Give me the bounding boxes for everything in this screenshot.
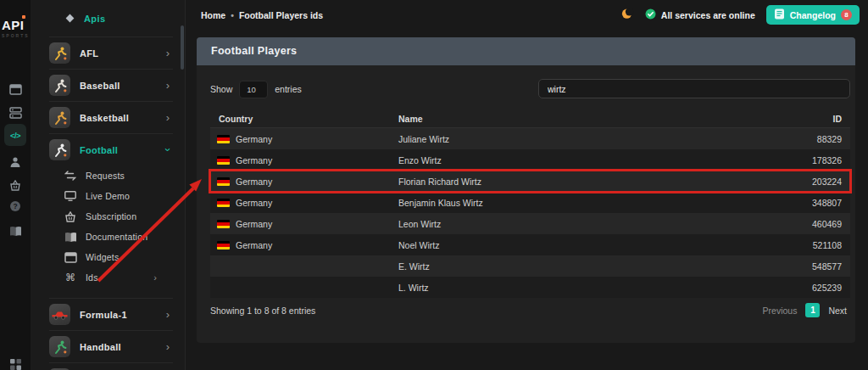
player-name: Noel Wirtz (398, 240, 757, 250)
sidebar-item-label: Formula-1 (80, 310, 157, 320)
card-title: Football Players (197, 37, 855, 65)
sidebar-item-afl[interactable]: AFL› (31, 37, 185, 69)
sidebar-subitem-subscription[interactable]: Subscription (31, 206, 185, 227)
player-name: L. Wirtz (398, 283, 757, 293)
sidebar-item-label: Baseball (80, 81, 157, 91)
player-name: Benjamin Klaus Wirtz (398, 198, 757, 208)
sidebar-subitem-requests[interactable]: Requests (31, 165, 185, 186)
rail-basket-icon[interactable] (4, 175, 26, 195)
player-name: Enzo Wirtz (398, 155, 757, 165)
table-row: GermanyEnzo Wirtz178326 (210, 149, 850, 171)
chevron-down-icon: › (162, 148, 173, 151)
player-name: Florian Richard Wirtz (398, 177, 757, 187)
sidebar-header-apis: Apis (31, 0, 185, 36)
player-id: 548577 (757, 261, 850, 272)
player-name: Juliane Wirtz (398, 134, 757, 144)
show-label: Show (210, 84, 232, 94)
sidebar-item-handball[interactable]: Handball› (31, 331, 185, 362)
player-id: 178326 (757, 155, 850, 165)
chevron-right-icon: › (166, 309, 170, 320)
app-logo-subtext: SPORTS (2, 34, 30, 38)
sidebar-item-football[interactable]: Football› (31, 134, 185, 165)
rail-docs-icon[interactable] (4, 221, 26, 241)
page-1-button[interactable]: 1 (805, 303, 820, 317)
sidebar-item-baseball[interactable]: Baseball› (31, 70, 185, 101)
table-row: L. Wirtz625239 (210, 277, 850, 298)
sidebar-item-formula-1[interactable]: Formula-1› (31, 299, 185, 330)
icon-rail: API SPORTS </>? (0, 0, 31, 370)
app-logo[interactable]: API SPORTS (2, 19, 30, 38)
handball-icon (49, 336, 70, 357)
country-cell: Germany (210, 155, 398, 165)
table-row: E. Wirtz548577 (210, 255, 850, 277)
germany-flag-icon (217, 177, 230, 186)
sidebar-scrollbar-thumb[interactable] (181, 25, 184, 70)
country-label: Germany (236, 177, 272, 187)
apis-label: Apis (84, 14, 105, 24)
window-icon (64, 252, 77, 263)
country-cell: Germany (210, 219, 398, 229)
subitem-label: Live Demo (86, 191, 130, 201)
rail-windows-icon[interactable] (4, 79, 26, 99)
table-row: GermanyLeon Wirtz460469 (210, 213, 850, 234)
rail-server-icon[interactable] (4, 103, 26, 123)
book-icon (64, 232, 77, 243)
player-id: 625239 (757, 283, 850, 293)
football-icon (49, 139, 70, 160)
sidebar-item-label: AFL (80, 48, 157, 59)
formula-1-icon (49, 304, 70, 325)
chevron-right-icon: › (166, 112, 170, 123)
dark-mode-moon-icon[interactable] (620, 7, 634, 24)
services-status: All services are online (645, 8, 755, 21)
page-size-select[interactable]: 10 (239, 81, 268, 98)
table-footer: Showing 1 to 8 of 8 entries Previous 1 N… (210, 303, 847, 317)
changelog-label: Changelog (790, 10, 836, 20)
germany-flag-icon (217, 135, 230, 143)
player-id: 88329 (757, 134, 850, 144)
changelog-button[interactable]: Changelog 8 (766, 5, 860, 25)
country-label: Germany (236, 198, 272, 208)
afl-icon (49, 42, 70, 64)
table-header-row: Country Name ID (210, 109, 850, 128)
breadcrumb-home-link[interactable]: Home (201, 10, 225, 20)
sidebar-item-basketball[interactable]: Basketball› (31, 102, 185, 133)
next-page-button[interactable]: Next (828, 306, 847, 316)
country-label: Germany (236, 240, 272, 250)
table-row: GermanyBenjamin Klaus Wirtz348807 (210, 192, 850, 213)
germany-flag-icon (217, 220, 230, 228)
diamond-icon (63, 13, 76, 24)
sidebar-subitem-widgets[interactable]: Widgets (31, 247, 185, 267)
sidebar-subitem-ids[interactable]: ⌘Ids› (31, 267, 185, 288)
sidebar-subitem-documentation[interactable]: Documentation (31, 227, 185, 247)
changelog-badge: 8 (841, 9, 852, 20)
previous-page-button[interactable]: Previous (763, 306, 798, 316)
sidebar-item-label: Football (80, 145, 157, 155)
header-id: ID (757, 114, 850, 124)
app-logo-text: API (2, 18, 25, 32)
table-row-highlighted: GermanyFlorian Richard Wirtz203224 (210, 171, 850, 192)
breadcrumb-separator: • (231, 10, 234, 20)
player-id: 460469 (757, 219, 850, 229)
table-row: GermanyNoel Wirtz521108 (210, 234, 850, 255)
rail-help-icon[interactable]: ? (4, 196, 26, 216)
breadcrumb-current: Football Players ids (239, 10, 323, 20)
requests-icon (64, 171, 77, 181)
sidebar-subitem-live-demo[interactable]: Live Demo (31, 186, 185, 206)
chevron-right-icon: › (166, 341, 170, 352)
subitem-label: Ids (86, 272, 98, 283)
sidebar-item-partial[interactable] (31, 363, 185, 370)
rail-apps-grid-icon[interactable] (4, 354, 26, 370)
entries-label: entries (275, 84, 302, 94)
chevron-right-icon: › (153, 273, 157, 283)
search-input[interactable] (538, 79, 850, 98)
header-name: Name (398, 114, 757, 124)
player-id: 521108 (757, 240, 850, 250)
table-row: GermanyJuliane Wirtz88329 (210, 128, 850, 149)
rail-account-icon[interactable] (4, 152, 26, 172)
germany-flag-icon (217, 199, 230, 207)
chevron-right-icon: › (166, 80, 170, 91)
entries-info: Showing 1 to 8 of 8 entries (210, 306, 315, 316)
player-name: Leon Wirtz (398, 219, 757, 229)
rail-api-code-icon[interactable]: </> (4, 124, 26, 146)
player-id: 348807 (757, 198, 850, 208)
